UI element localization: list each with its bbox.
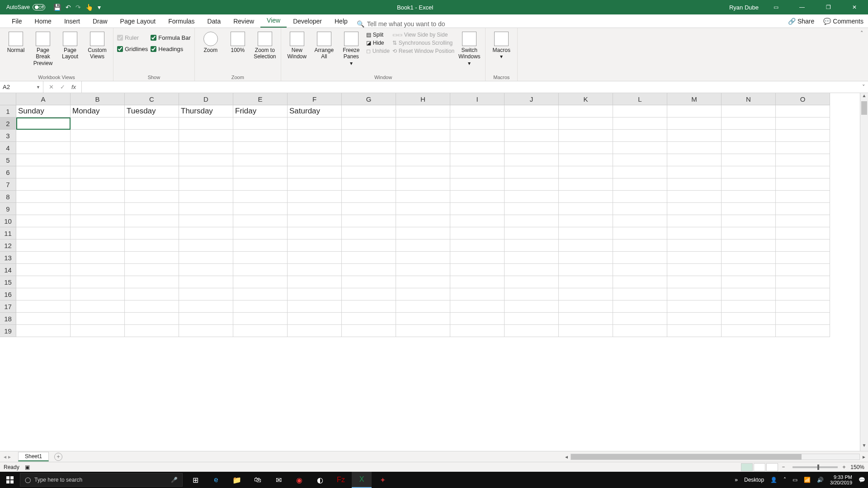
system-clock[interactable]: 9:33 PM 3/20/2019 — [830, 474, 852, 485]
cell-F14[interactable] — [288, 264, 342, 276]
row-header-9[interactable]: 9 — [0, 203, 16, 215]
new-window-button[interactable]: New Window — [285, 30, 309, 60]
custom-views-button[interactable]: Custom Views — [85, 30, 109, 60]
cell-H14[interactable] — [396, 264, 450, 276]
show-hidden-icons-icon[interactable]: » — [735, 477, 738, 483]
desktop-label[interactable]: Desktop — [744, 477, 764, 483]
cell-N17[interactable] — [722, 300, 776, 313]
cell-G19[interactable] — [342, 325, 396, 337]
headings-checkbox[interactable]: Headings — [151, 46, 191, 52]
cell-L12[interactable] — [613, 239, 667, 252]
column-header-M[interactable]: M — [667, 93, 722, 105]
cell-K3[interactable] — [559, 130, 613, 142]
chrome-icon[interactable]: ◐ — [310, 472, 330, 488]
macros-button[interactable]: Macros ▾ — [489, 30, 514, 60]
cell-K8[interactable] — [559, 191, 613, 203]
column-header-H[interactable]: H — [396, 93, 450, 105]
cell-O1[interactable] — [776, 105, 830, 117]
close-button[interactable]: ✕ — [845, 0, 863, 14]
row-header-17[interactable]: 17 — [0, 300, 16, 313]
cell-F18[interactable] — [288, 313, 342, 325]
cell-A5[interactable] — [16, 154, 71, 166]
cell-H7[interactable] — [396, 178, 450, 191]
cell-F19[interactable] — [288, 325, 342, 337]
column-header-L[interactable]: L — [613, 93, 667, 105]
comments-button[interactable]: 💬Comments — [819, 15, 868, 28]
cell-J6[interactable] — [505, 166, 559, 178]
cell-A11[interactable] — [16, 227, 71, 239]
cell-M6[interactable] — [667, 166, 722, 178]
cell-E5[interactable] — [233, 154, 288, 166]
notification-icon[interactable]: 💬 — [859, 477, 865, 483]
cell-A3[interactable] — [16, 130, 71, 142]
cell-I2[interactable] — [450, 117, 505, 130]
cell-B7[interactable] — [71, 178, 125, 191]
sheet-nav-prev-icon[interactable]: ◂ — [4, 454, 6, 460]
cell-N10[interactable] — [722, 215, 776, 227]
collapse-ribbon-icon[interactable]: ˄ — [856, 28, 868, 81]
cell-B11[interactable] — [71, 227, 125, 239]
cell-E16[interactable] — [233, 288, 288, 300]
cell-J9[interactable] — [505, 203, 559, 215]
cell-M19[interactable] — [667, 325, 722, 337]
cell-H15[interactable] — [396, 276, 450, 288]
cell-K7[interactable] — [559, 178, 613, 191]
cell-A9[interactable] — [16, 203, 71, 215]
cell-H18[interactable] — [396, 313, 450, 325]
cell-I17[interactable] — [450, 300, 505, 313]
cell-F8[interactable] — [288, 191, 342, 203]
cell-I5[interactable] — [450, 154, 505, 166]
cell-C10[interactable] — [125, 215, 179, 227]
cell-F12[interactable] — [288, 239, 342, 252]
page-layout-shortcut[interactable] — [754, 463, 765, 471]
cell-H13[interactable] — [396, 252, 450, 264]
cell-O3[interactable] — [776, 130, 830, 142]
cell-N7[interactable] — [722, 178, 776, 191]
cell-D19[interactable] — [179, 325, 233, 337]
cell-K2[interactable] — [559, 117, 613, 130]
cell-O4[interactable] — [776, 142, 830, 154]
taskbar-search[interactable]: ◯ Type here to search 🎤 — [20, 473, 183, 487]
cell-K12[interactable] — [559, 239, 613, 252]
cell-G18[interactable] — [342, 313, 396, 325]
row-header-3[interactable]: 3 — [0, 130, 16, 142]
cell-M3[interactable] — [667, 130, 722, 142]
cell-G17[interactable] — [342, 300, 396, 313]
cell-G5[interactable] — [342, 154, 396, 166]
cell-G1[interactable] — [342, 105, 396, 117]
cell-M12[interactable] — [667, 239, 722, 252]
cell-F11[interactable] — [288, 227, 342, 239]
cell-I6[interactable] — [450, 166, 505, 178]
cell-J17[interactable] — [505, 300, 559, 313]
cell-N8[interactable] — [722, 191, 776, 203]
tab-formulas[interactable]: Formulas — [162, 15, 201, 28]
minimize-button[interactable]: ― — [793, 0, 811, 14]
cell-O11[interactable] — [776, 227, 830, 239]
wifi-icon[interactable]: 📶 — [804, 477, 811, 483]
cell-E4[interactable] — [233, 142, 288, 154]
cell-C14[interactable] — [125, 264, 179, 276]
cell-G3[interactable] — [342, 130, 396, 142]
spreadsheet-grid[interactable]: ABCDEFGHIJKLMNO1SundayMondayTuesdayThurs… — [0, 93, 868, 451]
hide-button[interactable]: ◪ Hide — [366, 40, 390, 46]
cell-A16[interactable] — [16, 288, 71, 300]
battery-icon[interactable]: ▭ — [793, 477, 797, 483]
row-header-11[interactable]: 11 — [0, 227, 16, 239]
column-header-N[interactable]: N — [722, 93, 776, 105]
cell-K14[interactable] — [559, 264, 613, 276]
cell-J3[interactable] — [505, 130, 559, 142]
cell-F15[interactable] — [288, 276, 342, 288]
column-header-G[interactable]: G — [342, 93, 396, 105]
cell-G16[interactable] — [342, 288, 396, 300]
split-button[interactable]: ▤ Split — [366, 32, 390, 38]
cell-N12[interactable] — [722, 239, 776, 252]
cell-G8[interactable] — [342, 191, 396, 203]
cell-K13[interactable] — [559, 252, 613, 264]
row-header-13[interactable]: 13 — [0, 252, 16, 264]
redo-icon[interactable]: ↷ — [75, 4, 81, 11]
cell-C4[interactable] — [125, 142, 179, 154]
cell-E7[interactable] — [233, 178, 288, 191]
row-header-6[interactable]: 6 — [0, 166, 16, 178]
cell-H12[interactable] — [396, 239, 450, 252]
page-layout-button[interactable]: Page Layout — [58, 30, 82, 60]
